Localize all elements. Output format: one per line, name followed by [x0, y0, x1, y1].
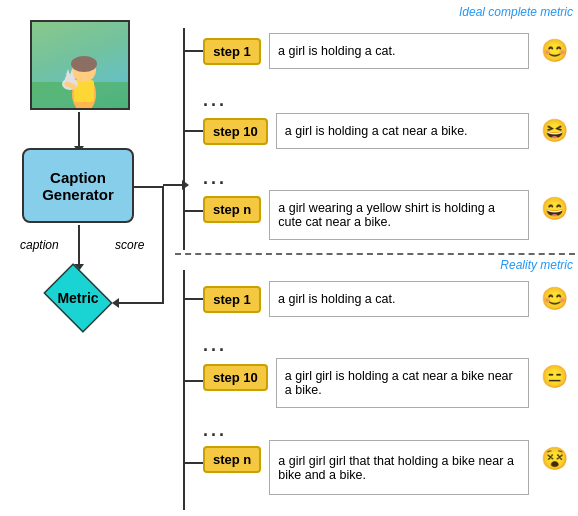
left-panel: Caption Generator score caption Metric	[0, 0, 185, 516]
step-text-reality-n: a girl girl girl that that holding a bik…	[269, 440, 529, 495]
step-text-reality-1: a girl is holding a cat.	[269, 281, 529, 317]
line-h-right	[134, 186, 164, 188]
caption-generator-label: Caption Generator	[24, 169, 132, 203]
step-text-content-ideal-n: a girl wearing a yellow shirt is holding…	[278, 201, 520, 229]
h-connector-reality-1	[183, 298, 205, 300]
step-badge-reality-n: step n	[203, 446, 261, 473]
step-badge-ideal-10: step 10	[203, 118, 268, 145]
step-text-content-reality-n: a girl girl girl that that holding a bik…	[278, 454, 520, 482]
ideal-section-label: Ideal complete metric	[459, 5, 573, 19]
diagram-container: Caption Generator score caption Metric I…	[0, 0, 578, 516]
metric-diamond: Metric	[38, 268, 118, 328]
step-text-content-reality-10: a girl girl is holding a cat near a bike…	[285, 369, 520, 397]
right-panel: Ideal complete metric step 1 a girl is h…	[175, 0, 578, 516]
step-text-content-reality-1: a girl is holding a cat.	[278, 292, 395, 306]
emoji-ideal-10: 😆	[541, 118, 568, 144]
step-row-ideal-n: step n a girl wearing a yellow shirt is …	[203, 190, 568, 240]
step-text-ideal-n: a girl wearing a yellow shirt is holding…	[269, 190, 529, 240]
vertical-line-ideal	[183, 28, 185, 250]
emoji-ideal-1: 😊	[541, 38, 568, 64]
step-text-ideal-10: a girl is holding a cat near a bike.	[276, 113, 529, 149]
step-badge-reality-1: step 1	[203, 286, 261, 313]
photo-illustration	[32, 22, 130, 110]
caption-label: caption	[20, 238, 59, 252]
h-connector-ideal-1	[183, 50, 205, 52]
step-badge-ideal-1: step 1	[203, 38, 261, 65]
arrow-photo-to-cg	[78, 112, 80, 147]
svg-point-5	[71, 56, 97, 72]
step-text-content-ideal-10: a girl is holding a cat near a bike.	[285, 124, 468, 138]
emoji-reality-n: 😵	[541, 446, 568, 472]
dots-reality-2: ...	[203, 420, 227, 441]
score-label: score	[115, 238, 144, 252]
line-h-to-metric	[118, 302, 164, 304]
photo-box	[30, 20, 130, 110]
vertical-line-reality	[183, 270, 185, 510]
step-text-content-ideal-1: a girl is holding a cat.	[278, 44, 395, 58]
step-text-reality-10: a girl girl is holding a cat near a bike…	[276, 358, 529, 408]
h-connector-ideal-10	[183, 130, 205, 132]
reality-section-label: Reality metric	[500, 258, 573, 272]
dots-ideal-2: ...	[203, 168, 227, 189]
arrow-cg-to-metric	[78, 225, 80, 265]
h-connector-ideal-n	[183, 210, 205, 212]
step-row-reality-10: step 10 a girl girl is holding a cat nea…	[203, 358, 568, 408]
step-text-ideal-1: a girl is holding a cat.	[269, 33, 529, 69]
metric-label-text: Metric	[57, 290, 98, 306]
emoji-reality-1: 😊	[541, 286, 568, 312]
dotted-divider	[175, 253, 575, 255]
step-row-reality-n: step n a girl girl girl that that holdin…	[203, 440, 568, 495]
step-row-ideal-1: step 1 a girl is holding a cat. 😊	[203, 33, 568, 69]
h-connector-reality-n	[183, 462, 205, 464]
step-badge-reality-10: step 10	[203, 364, 268, 391]
dots-reality-1: ...	[203, 335, 227, 356]
caption-generator-box: Caption Generator	[22, 148, 134, 223]
photo-inner	[32, 22, 128, 108]
step-row-ideal-10: step 10 a girl is holding a cat near a b…	[203, 113, 568, 149]
emoji-ideal-n: 😄	[541, 196, 568, 222]
h-connector-reality-10	[183, 380, 205, 382]
step-row-reality-1: step 1 a girl is holding a cat. 😊	[203, 281, 568, 317]
svg-line-10	[67, 84, 74, 87]
step-badge-ideal-n: step n	[203, 196, 261, 223]
dots-ideal-1: ...	[203, 90, 227, 111]
emoji-reality-10: 😑	[541, 364, 568, 390]
line-v-down	[162, 186, 164, 304]
arrow-cg-to-right-panel	[163, 184, 183, 186]
